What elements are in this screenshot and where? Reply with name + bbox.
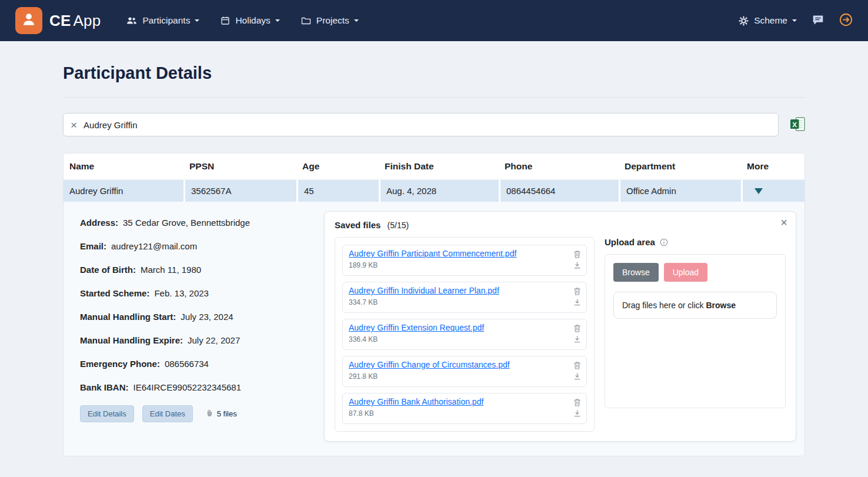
expand-row-button[interactable]	[749, 188, 763, 194]
file-link[interactable]: Audrey Griffin Participant Commencement.…	[349, 249, 516, 258]
nav-projects[interactable]: Projects	[301, 15, 359, 26]
edit-details-button[interactable]: Edit Details	[80, 405, 134, 422]
detail-value: IE64IRCE99052232345681	[133, 382, 242, 392]
paperclip-icon	[206, 409, 213, 419]
person-icon	[21, 12, 36, 29]
detail-value: 086566734	[165, 359, 209, 369]
main-content: Participant Details × X Name PPSN Age Fi…	[63, 64, 805, 456]
detail-field: Email:audrey121@mail.com	[80, 241, 324, 252]
upload-button[interactable]: Upload	[664, 263, 707, 282]
file-dropzone[interactable]: Drag files here or click Browse	[613, 292, 777, 319]
detail-field: Manual Handling Expire:July 22, 2027	[80, 335, 324, 346]
trash-icon	[573, 361, 581, 371]
download-file-button[interactable]	[573, 261, 582, 271]
trash-icon	[573, 250, 581, 260]
participants-table: Name PPSN Age Finish Date Phone Departme…	[63, 153, 805, 456]
file-info: Audrey Griffin Change of Circumstances.p…	[349, 360, 510, 383]
detail-field: Date of Birth:March 11, 1980	[80, 264, 324, 276]
excel-icon: X	[790, 117, 805, 133]
edit-dates-button[interactable]: Edit Dates	[142, 405, 193, 422]
close-icon[interactable]: ×	[780, 216, 787, 228]
chevron-down-icon	[354, 19, 359, 22]
file-item: Audrey Griffin Participant Commencement.…	[342, 245, 587, 276]
saved-files-heading: Saved files (5/15)	[335, 220, 786, 230]
saved-files-label: Saved files	[335, 220, 380, 230]
cell-ppsn: 3562567A	[183, 180, 296, 202]
delete-file-button[interactable]	[573, 286, 582, 298]
detail-field: Bank IBAN:IE64IRCE99052232345681	[80, 382, 324, 393]
triangle-down-icon	[755, 188, 763, 194]
people-icon	[126, 16, 137, 25]
chevron-down-icon	[792, 19, 797, 22]
detail-value: audrey121@mail.com	[111, 241, 197, 251]
chevron-down-icon	[275, 19, 280, 22]
file-actions	[573, 286, 582, 309]
cell-name: Audrey Griffin	[64, 180, 183, 202]
detail-field: Started Scheme:Feb. 13, 2023	[80, 288, 324, 299]
file-link[interactable]: Audrey Griffin Individual Learner Plan.p…	[349, 286, 499, 295]
detail-label: Address:	[80, 218, 118, 228]
nav-scheme[interactable]: Scheme	[739, 15, 797, 26]
delete-file-button[interactable]	[573, 249, 582, 261]
participant-details: Address:35 Cedar Grove, Bennettsbridge E…	[80, 211, 324, 442]
search-box: ×	[63, 113, 779, 136]
file-link[interactable]: Audrey Griffin Bank Authorisation.pdf	[349, 397, 483, 406]
logout-button[interactable]	[839, 13, 853, 28]
detail-value: July 22, 2027	[188, 335, 240, 345]
search-input[interactable]	[84, 120, 771, 130]
upload-buttons: Browse Upload	[613, 263, 777, 282]
file-info: Audrey Griffin Bank Authorisation.pdf 87…	[349, 397, 483, 420]
file-size: 336.4 KB	[349, 335, 484, 343]
trash-icon	[573, 398, 581, 408]
delete-file-button[interactable]	[573, 398, 582, 409]
detail-label: Manual Handling Start:	[80, 312, 176, 322]
dropzone-text: Drag files here or click	[622, 301, 706, 310]
file-list: Audrey Griffin Participant Commencement.…	[335, 237, 595, 432]
detail-label: Bank IBAN:	[80, 382, 129, 392]
nav-holidays[interactable]: Holidays	[221, 15, 279, 26]
export-excel-button[interactable]: X	[790, 117, 805, 133]
file-size: 291.8 KB	[349, 372, 510, 381]
title-divider	[63, 97, 805, 98]
table-row: Audrey Griffin 3562567A 45 Aug. 4, 2028 …	[64, 180, 804, 202]
info-icon[interactable]	[660, 238, 668, 246]
detail-label: Manual Handling Expire:	[80, 335, 183, 345]
row-detail-panel: Address:35 Cedar Grove, Bennettsbridge E…	[64, 202, 804, 456]
download-file-button[interactable]	[573, 298, 582, 308]
download-file-button[interactable]	[573, 372, 582, 382]
delete-file-button[interactable]	[573, 323, 582, 335]
download-icon	[573, 261, 581, 271]
file-size: 189.9 KB	[349, 261, 516, 269]
detail-label: Email:	[80, 241, 106, 251]
col-header-finish-date: Finish Date	[379, 154, 499, 179]
download-file-button[interactable]	[573, 335, 582, 345]
detail-value: March 11, 1980	[141, 265, 201, 275]
saved-files-count: (5/15)	[388, 221, 409, 230]
cell-phone: 0864454664	[499, 180, 619, 202]
download-icon	[573, 298, 581, 308]
brand[interactable]: CEApp	[15, 7, 101, 34]
upload-box: Browse Upload Drag files here or click B…	[605, 254, 786, 408]
file-info: Audrey Griffin Participant Commencement.…	[349, 249, 516, 272]
download-icon	[573, 335, 581, 345]
upload-area-heading: Upload area	[605, 237, 786, 247]
clear-search-icon[interactable]: ×	[71, 119, 77, 131]
browse-button[interactable]: Browse	[613, 263, 659, 282]
download-file-button[interactable]	[573, 409, 582, 419]
upload-area-label: Upload area	[605, 237, 655, 247]
nav-holidays-label: Holidays	[235, 15, 270, 26]
file-actions	[573, 249, 582, 272]
nav-projects-label: Projects	[316, 15, 349, 26]
nav-participants[interactable]: Participants	[126, 15, 199, 26]
delete-file-button[interactable]	[573, 361, 582, 372]
upload-area: Upload area Browse Upload Drag fil	[605, 237, 786, 432]
gear-icon	[739, 16, 749, 26]
table-header-row: Name PPSN Age Finish Date Phone Departme…	[64, 154, 804, 180]
col-header-name: Name	[64, 154, 183, 179]
nav-scheme-label: Scheme	[754, 15, 787, 26]
file-link[interactable]: Audrey Griffin Change of Circumstances.p…	[349, 360, 510, 369]
feedback-button[interactable]	[812, 14, 824, 27]
detail-value: Feb. 13, 2023	[154, 288, 209, 298]
file-link[interactable]: Audrey Griffin Extension Request.pdf	[349, 323, 484, 332]
col-header-department: Department	[619, 154, 741, 179]
